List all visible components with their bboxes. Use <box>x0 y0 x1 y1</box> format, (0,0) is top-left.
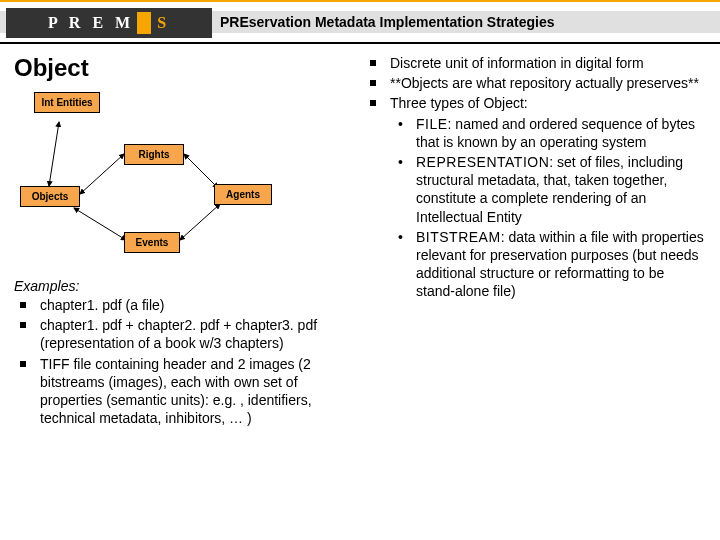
type-item: REPRESENTATION: set of files, including … <box>390 153 706 226</box>
svg-line-2 <box>184 154 218 188</box>
definition-item: Three types of Object: FILE: named and o… <box>364 94 706 300</box>
brand-prefix: PRE <box>220 14 249 30</box>
example-item: chapter1. pdf (a file) <box>14 296 350 314</box>
definition-text: Three types of Object: <box>390 95 528 111</box>
definition-item: **Objects are what repository actually p… <box>364 74 706 92</box>
brand-rest: servation Metadata Implementation Strate… <box>249 14 555 30</box>
diagram-events: Events <box>124 232 180 253</box>
type-term: BITSTREAM <box>416 229 501 245</box>
content: Object <box>0 44 720 540</box>
left-column: Object <box>14 54 360 540</box>
svg-line-4 <box>180 204 220 240</box>
definition-list: Discrete unit of information in digital … <box>364 54 706 300</box>
diagram-agents: Agents <box>214 184 272 205</box>
right-column: Discrete unit of information in digital … <box>360 54 706 540</box>
types-list: FILE: named and ordered sequence of byte… <box>390 115 706 301</box>
diagram-int-entities: Int Entities <box>34 92 100 113</box>
type-item: BITSTREAM: data within a file with prope… <box>390 228 706 301</box>
svg-line-0 <box>49 122 59 186</box>
premis-logo: P R E MS <box>6 8 212 38</box>
type-rest: : named and ordered sequence of bytes th… <box>416 116 695 150</box>
entity-diagram: Int Entities Rights Objects Agents Event… <box>14 92 274 272</box>
diagram-rights: Rights <box>124 144 184 165</box>
definition-item: Discrete unit of information in digital … <box>364 54 706 72</box>
examples-heading: Examples: <box>14 278 350 294</box>
svg-line-1 <box>80 154 124 194</box>
type-term: FILE <box>416 116 448 132</box>
type-term: REPRESENTATION <box>416 154 549 170</box>
example-item: TIFF file containing header and 2 images… <box>14 355 350 428</box>
svg-line-3 <box>74 208 126 240</box>
page-title: Object <box>14 54 350 82</box>
diagram-objects: Objects <box>20 186 80 207</box>
header: P R E MS PREservation Metadata Implement… <box>0 0 720 44</box>
example-item: chapter1. pdf + chapter2. pdf + chapter3… <box>14 316 350 352</box>
type-item: FILE: named and ordered sequence of byte… <box>390 115 706 151</box>
examples-list: chapter1. pdf (a file) chapter1. pdf + c… <box>14 296 350 427</box>
